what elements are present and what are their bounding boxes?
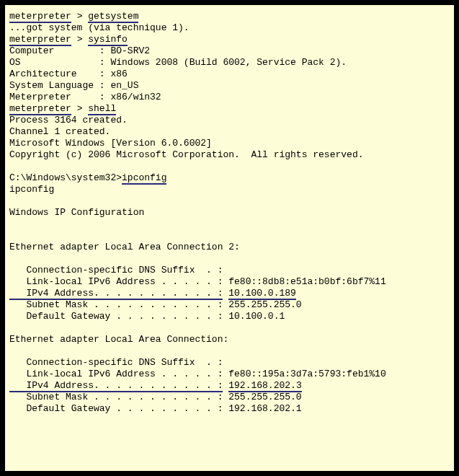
sysinfo-arch-value: x86 (110, 69, 127, 79)
adapter1-mask: Subnet Mask . . . . . . . . . . . : 255.… (9, 392, 302, 402)
adapter2-linklocal: Link-local IPv6 Address . . . . . : fe80… (9, 276, 386, 287)
adapter2-title: Ethernet adapter Local Area Connection 2… (9, 242, 240, 252)
sysinfo-lang-label: System Language : (9, 80, 110, 91)
sysinfo-met-value: x86/win32 (110, 92, 161, 102)
meterpreter-prompt: meterpreter (9, 103, 71, 115)
adapter1-dns: Connection-specific DNS Suffix . : (9, 357, 223, 368)
adapter2-ipv4-label: IPv4 Address. . . . . . . . . . . : (9, 288, 223, 300)
adapter1-title: Ethernet adapter Local Area Connection: (9, 334, 228, 345)
adapter1-linklocal: Link-local IPv6 Address . . . . . : fe80… (9, 369, 386, 379)
cmd-shell: shell (88, 103, 116, 115)
prompt-sep: > (71, 11, 88, 22)
cmd-sysinfo: sysinfo (88, 34, 128, 46)
adapter2-dns: Connection-specific DNS Suffix . : (9, 265, 223, 276)
meterpreter-prompt: meterpreter (9, 11, 71, 23)
sysinfo-arch-label: Architecture : (9, 69, 110, 79)
ipconfig-header: Windows IP Configuration (9, 207, 144, 218)
adapter2-ipv4-value: 10.100.0.189 (228, 288, 296, 300)
adapter1-gateway: Default Gateway . . . . . . . . . : 192.… (9, 403, 302, 414)
sysinfo-os-label: OS : (9, 57, 110, 68)
shell-process: Process 3164 created. (9, 115, 128, 125)
prompt-sep: > (71, 34, 88, 45)
sysinfo-lang-value: en_US (110, 80, 138, 91)
cmd-getsystem: getsystem (88, 11, 138, 23)
shell-cwd: C:\Windows\system32> (9, 172, 122, 183)
shell-copyright: Copyright (c) 2006 Microsoft Corporation… (9, 149, 363, 160)
terminal-output[interactable]: meterpreter > getsystem ...got system (v… (4, 4, 455, 472)
shell-channel: Channel 1 created. (9, 126, 110, 137)
cmd-ipconfig: ipconfig (122, 172, 166, 185)
sysinfo-met-label: Meterpreter : (9, 92, 110, 102)
adapter2-gateway: Default Gateway . . . . . . . . . : 10.1… (9, 311, 285, 322)
adapter1-ipv4-value: 192.168.202.3 (228, 380, 301, 392)
getsystem-result: ...got system (via technique 1). (9, 22, 190, 33)
prompt-sep: > (71, 103, 88, 114)
meterpreter-prompt: meterpreter (9, 34, 71, 46)
shell-version: Microsoft Windows [Version 6.0.6002] (9, 138, 212, 149)
sysinfo-computer-value: BO-SRV2 (110, 45, 150, 56)
ipconfig-echo: ipconfig (9, 184, 54, 195)
sysinfo-computer-label: Computer : (9, 45, 110, 56)
sysinfo-os-value: Windows 2008 (Build 6002, Service Pack 2… (110, 57, 347, 68)
adapter2-mask: Subnet Mask . . . . . . . . . . . : 255.… (9, 299, 302, 310)
adapter1-ipv4-label: IPv4 Address. . . . . . . . . . . : (9, 380, 223, 392)
